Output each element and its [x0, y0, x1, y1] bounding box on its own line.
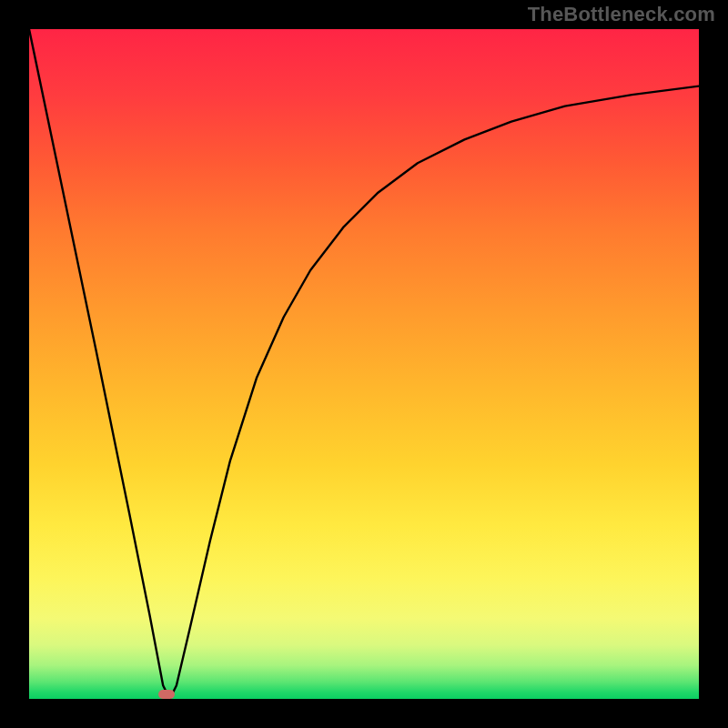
watermark-text: TheBottleneck.com	[528, 3, 715, 26]
bottleneck-curve	[29, 29, 699, 699]
optimum-marker	[158, 690, 175, 699]
plot-area	[29, 29, 699, 699]
chart-frame: TheBottleneck.com	[0, 0, 728, 728]
curve-svg	[29, 29, 699, 699]
